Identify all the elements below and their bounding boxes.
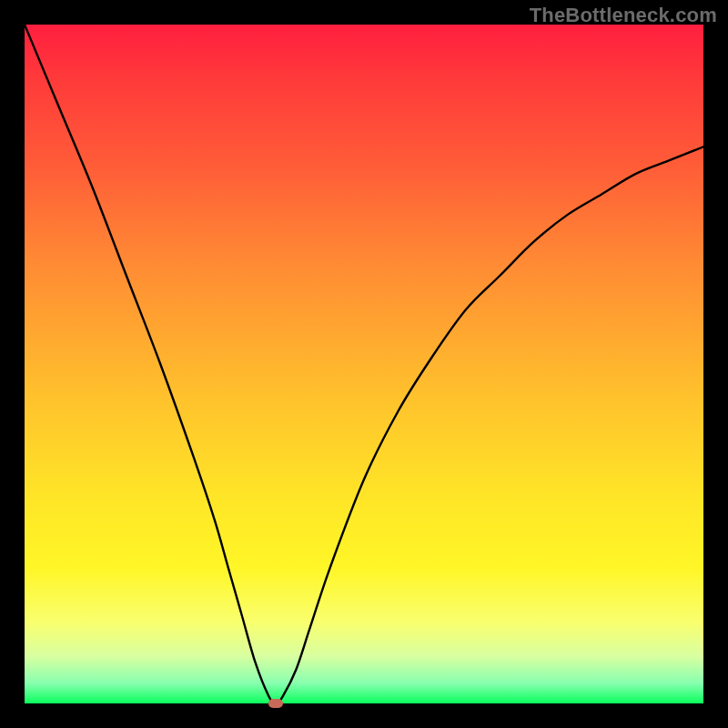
plot-area [25,25,703,703]
chart-frame: TheBottleneck.com [0,0,728,728]
min-marker [268,699,283,708]
curve-svg [25,25,703,703]
watermark-text: TheBottleneck.com [530,4,717,27]
bottleneck-curve [25,25,703,703]
